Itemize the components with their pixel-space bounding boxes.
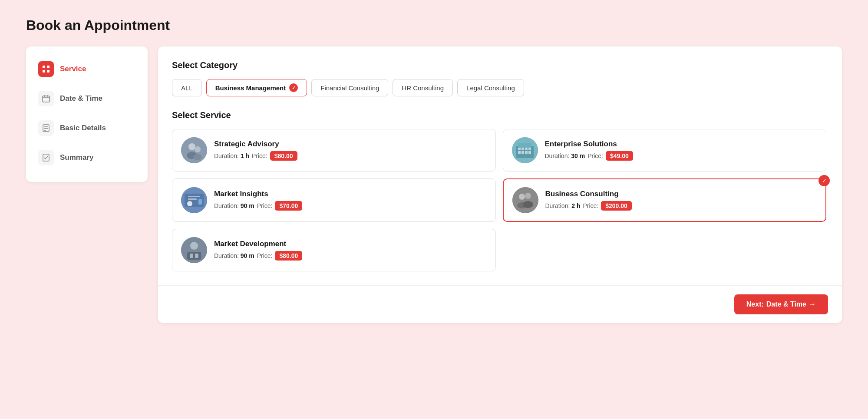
svg-point-17	[193, 154, 202, 160]
svg-rect-28	[528, 151, 531, 154]
sidebar-item-service-label: Service	[60, 65, 86, 73]
svg-point-37	[525, 193, 531, 199]
svg-rect-34	[198, 199, 202, 205]
svg-rect-44	[195, 254, 198, 258]
service-avatar-market-insights	[181, 187, 207, 213]
next-button-arrow: →	[809, 300, 816, 308]
sidebar-item-basic[interactable]: Basic Details	[33, 114, 141, 142]
svg-rect-20	[518, 143, 531, 148]
content-scroll-area: Select Category ALL Business Management …	[158, 46, 842, 285]
grid-icon	[38, 61, 54, 77]
category-financial-consulting-button[interactable]: Financial Consulting	[311, 79, 388, 96]
category-section-title: Select Category	[172, 60, 826, 70]
category-all-label: ALL	[181, 84, 193, 92]
price-badge-business-consulting: $200.00	[601, 201, 632, 211]
svg-point-39	[523, 201, 533, 208]
service-grid: Strategic Advisory Duration: 1 h Price: …	[172, 129, 826, 271]
category-filters: ALL Business Management ✓ Financial Cons…	[172, 79, 826, 96]
svg-rect-3	[47, 70, 50, 73]
main-layout: Service Date & Time	[26, 46, 842, 323]
svg-point-15	[195, 146, 201, 152]
svg-rect-21	[518, 148, 521, 150]
service-meta-enterprise-solutions: Duration: 30 m Price: $49.00	[545, 151, 818, 161]
sidebar-item-basic-label: Basic Details	[60, 124, 106, 132]
service-card-market-development[interactable]: Market Development Duration: 90 m Price:…	[172, 229, 496, 271]
main-content-panel: Select Category ALL Business Management …	[158, 46, 842, 323]
service-avatar-business-consulting	[512, 187, 538, 213]
svg-rect-26	[521, 151, 524, 154]
svg-rect-2	[43, 70, 45, 73]
content-body: Select Category ALL Business Management …	[158, 46, 840, 285]
service-name-business-consulting: Business Consulting	[545, 190, 817, 198]
price-badge-strategic-advisory: $80.00	[270, 151, 297, 161]
svg-rect-43	[190, 254, 193, 258]
service-name-enterprise-solutions: Enterprise Solutions	[545, 140, 818, 148]
sidebar-item-datetime-label: Date & Time	[60, 94, 102, 103]
service-name-market-development: Market Development	[214, 240, 487, 248]
category-financial-consulting-label: Financial Consulting	[320, 84, 379, 92]
category-hr-consulting-button[interactable]: HR Consulting	[393, 79, 453, 96]
svg-point-31	[187, 201, 192, 206]
page-title: Book an Appointment	[26, 17, 842, 33]
sidebar-item-summary[interactable]: Summary	[33, 144, 141, 172]
service-info-business-consulting: Business Consulting Duration: 2 h Price:…	[545, 190, 817, 211]
sidebar-item-summary-label: Summary	[60, 153, 93, 162]
service-card-business-consulting[interactable]: ✓ Business Consulting	[503, 178, 827, 222]
service-meta-business-consulting: Duration: 2 h Price: $200.00	[545, 201, 817, 211]
svg-point-14	[188, 143, 195, 150]
svg-rect-24	[528, 148, 531, 150]
price-badge-enterprise-solutions: $49.00	[606, 151, 633, 161]
service-card-strategic-advisory[interactable]: Strategic Advisory Duration: 1 h Price: …	[172, 129, 496, 172]
category-legal-consulting-button[interactable]: Legal Consulting	[457, 79, 524, 96]
sidebar: Service Date & Time	[26, 46, 148, 182]
price-badge-market-insights: $70.00	[275, 201, 302, 211]
category-business-management-label: Business Management	[215, 84, 286, 92]
price-badge-market-development: $80.00	[275, 251, 302, 261]
svg-rect-0	[43, 66, 45, 68]
svg-rect-42	[187, 252, 201, 260]
content-footer: Next: Date & Time →	[158, 285, 842, 323]
service-section-title: Select Service	[172, 110, 826, 120]
next-button-target: Date & Time	[766, 300, 806, 308]
svg-rect-22	[521, 148, 524, 150]
sidebar-item-service[interactable]: Service	[33, 55, 141, 83]
service-info-enterprise-solutions: Enterprise Solutions Duration: 30 m Pric…	[545, 140, 818, 161]
svg-rect-1	[47, 66, 50, 68]
service-avatar-market-development	[181, 237, 207, 263]
svg-rect-23	[525, 148, 528, 150]
svg-rect-32	[188, 196, 200, 197]
category-business-management-button[interactable]: Business Management ✓	[206, 79, 307, 96]
service-avatar-strategic-advisory	[181, 137, 207, 163]
service-card-market-insights[interactable]: Market Insights Duration: 90 m Price: $7…	[172, 178, 496, 222]
svg-rect-33	[188, 198, 197, 200]
service-avatar-enterprise-solutions	[512, 137, 538, 163]
check-doc-icon	[38, 150, 54, 165]
service-name-strategic-advisory: Strategic Advisory	[214, 140, 487, 148]
service-meta-market-insights: Duration: 90 m Price: $70.00	[214, 201, 487, 211]
calendar-icon	[38, 91, 54, 106]
svg-point-41	[190, 242, 198, 250]
category-all-button[interactable]: ALL	[172, 79, 202, 96]
sidebar-item-datetime[interactable]: Date & Time	[33, 85, 141, 112]
service-card-enterprise-solutions[interactable]: Enterprise Solutions Duration: 30 m Pric…	[503, 129, 827, 172]
doc-icon	[38, 120, 54, 136]
svg-point-36	[519, 194, 525, 200]
service-meta-market-development: Duration: 90 m Price: $80.00	[214, 251, 487, 261]
next-button-label: Next:	[746, 300, 764, 308]
next-button[interactable]: Next: Date & Time →	[734, 294, 828, 314]
svg-rect-4	[43, 96, 50, 102]
svg-rect-12	[43, 154, 49, 161]
svg-rect-27	[525, 151, 528, 154]
category-legal-consulting-label: Legal Consulting	[466, 84, 515, 92]
service-name-market-insights: Market Insights	[214, 190, 487, 198]
svg-point-13	[181, 137, 207, 163]
svg-rect-25	[518, 151, 521, 154]
service-info-market-insights: Market Insights Duration: 90 m Price: $7…	[214, 190, 487, 211]
svg-point-35	[512, 187, 538, 213]
service-info-market-development: Market Development Duration: 90 m Price:…	[214, 240, 487, 261]
category-hr-consulting-label: HR Consulting	[402, 84, 444, 92]
service-info-strategic-advisory: Strategic Advisory Duration: 1 h Price: …	[214, 140, 487, 161]
service-meta-strategic-advisory: Duration: 1 h Price: $80.00	[214, 151, 487, 161]
category-business-management-check-icon: ✓	[289, 83, 298, 92]
selected-check-icon: ✓	[818, 175, 830, 186]
